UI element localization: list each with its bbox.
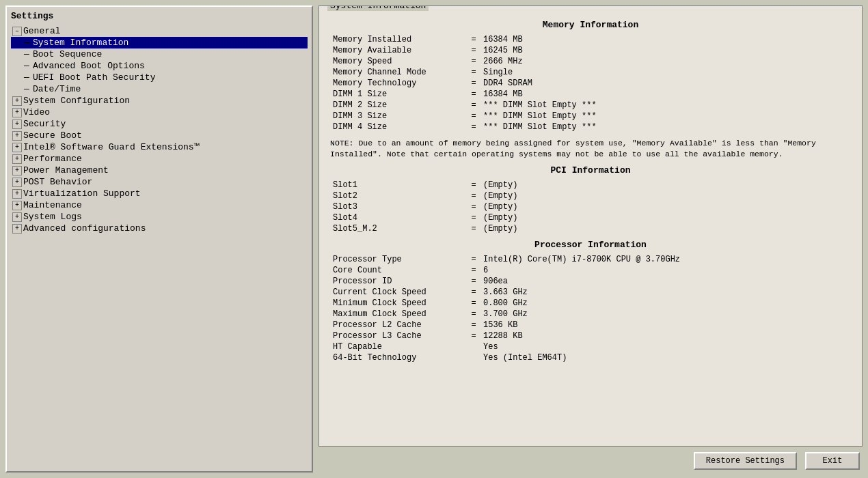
row-eq: = [467,100,480,111]
row-label: Maximum Clock Speed [330,309,467,320]
toggle-security[interactable]: + [12,120,22,129]
main-container: Settings – General — System Information … [0,0,868,478]
table-row: Processor ID=906ea [330,276,851,287]
row-value: 6 [480,265,851,276]
sidebar-item-boot-sequence[interactable]: — Boot Sequence [11,48,308,60]
row-value: (Empty) [480,180,851,191]
row-eq: = [467,34,480,45]
toggle-system-configuration[interactable]: + [12,96,22,106]
sidebar-item-general[interactable]: – General [11,25,308,37]
sidebar-label-uefi-boot-path-security: UEFI Boot Path Security [33,72,155,83]
toggle-maintenance[interactable]: + [12,201,22,210]
table-row: Processor Type=Intel(R) Core(TM) i7-8700… [330,254,851,265]
row-eq: = [467,254,480,265]
sidebar-item-system-logs[interactable]: + System Logs [11,211,308,223]
table-row: Memory Speed=2666 MHz [330,56,851,67]
sidebar-item-advanced-configurations[interactable]: + Advanced configurations [11,223,308,234]
toggle-performance[interactable]: + [12,154,22,164]
row-value: Yes [480,341,851,352]
table-row: Memory Installed=16384 MB [330,34,851,45]
sidebar-item-secure-boot[interactable]: + Secure Boot [11,130,308,141]
row-label: Current Clock Speed [330,287,467,298]
toggle-virtualization-support[interactable]: + [12,189,22,199]
sidebar-label-advanced-boot-options: Advanced Boot Options [33,61,145,71]
sidebar-item-system-configuration[interactable]: + System Configuration [11,95,308,107]
toggle-secure-boot[interactable]: + [12,131,22,141]
sidebar-label-performance: Performance [23,154,82,164]
row-value: (Empty) [480,191,851,201]
sidebar-label-intel-software-guard: Intel® Software Guard Extensions™ [23,142,199,152]
row-label: Core Count [330,265,467,276]
sidebar-label-system-information: System Information [33,38,128,48]
row-label: Slot5_M.2 [330,223,467,234]
memory-info-table: Memory Installed=16384 MBMemory Availabl… [330,34,851,132]
row-label: Memory Available [330,45,467,56]
toggle-video[interactable]: + [12,108,22,117]
sidebar-label-secure-boot: Secure Boot [23,130,82,141]
row-label: DIMM 3 Size [330,111,467,122]
sidebar-item-power-management[interactable]: + Power Management [11,165,308,176]
row-label: Memory Technology [330,78,467,89]
row-value: 2666 MHz [480,56,851,67]
sidebar-item-security[interactable]: + Security [11,118,308,130]
sidebar-label-system-configuration: System Configuration [23,96,130,106]
row-label: Slot2 [330,191,467,201]
row-value: *** DIMM Slot Empty *** [480,122,851,132]
sidebar-item-uefi-boot-path-security[interactable]: — UEFI Boot Path Security [11,72,308,83]
processor-info-table: Processor Type=Intel(R) Core(TM) i7-8700… [330,254,851,363]
row-eq: = [467,331,480,341]
toggle-advanced-configurations[interactable]: + [12,224,22,234]
table-row: DIMM 2 Size=*** DIMM Slot Empty *** [330,100,851,111]
row-label: Slot3 [330,201,467,212]
row-value: Intel(R) Core(TM) i7-8700K CPU @ 3.70GHz [480,254,851,265]
row-eq: = [467,276,480,287]
sidebar-item-virtualization-support[interactable]: + Virtualization Support [11,188,308,199]
row-eq: = [467,320,480,331]
exit-button[interactable]: Exit [805,452,860,470]
table-row: Slot5_M.2=(Empty) [330,223,851,234]
row-label: Processor Type [330,254,467,265]
toggle-general[interactable]: – [12,27,22,36]
system-info-box: System Information Memory Information Me… [318,5,863,447]
sidebar-item-maintenance[interactable]: + Maintenance [11,199,308,211]
table-row: HT CapableYes [330,341,851,352]
sidebar-item-post-behavior[interactable]: + POST Behavior [11,176,308,188]
table-row: Slot3=(Empty) [330,201,851,212]
toggle-intel-software-guard[interactable]: + [12,143,22,152]
row-label: HT Capable [330,341,467,352]
sidebar-label-maintenance: Maintenance [23,200,82,210]
row-eq: = [467,191,480,201]
table-row: Slot1=(Empty) [330,180,851,191]
settings-title: Settings [11,11,308,21]
row-value: 3.700 GHz [480,309,851,320]
toggle-system-logs[interactable]: + [12,212,22,222]
sidebar-item-advanced-boot-options[interactable]: — Advanced Boot Options [11,60,308,72]
row-value: 16384 MB [480,34,851,45]
restore-settings-button[interactable]: Restore Settings [694,452,797,470]
sidebar-label-date-time: Date/Time [33,84,81,94]
table-row: Processor L3 Cache=12288 KB [330,331,851,341]
row-value: *** DIMM Slot Empty *** [480,100,851,111]
sidebar-item-system-information[interactable]: — System Information [11,37,308,48]
toggle-post-behavior[interactable]: + [12,178,22,187]
sidebar-item-date-time[interactable]: — Date/Time [11,83,308,95]
sidebar-item-video[interactable]: + Video [11,107,308,118]
row-eq: = [467,78,480,89]
toggle-power-management[interactable]: + [12,166,22,175]
sidebar-label-power-management: Power Management [23,165,109,175]
row-label: Slot1 [330,180,467,191]
sidebar-item-performance[interactable]: + Performance [11,153,308,165]
row-value: *** DIMM Slot Empty *** [480,111,851,122]
row-value: Yes (Intel EM64T) [480,352,851,363]
sidebar-label-general: General [23,26,61,36]
leaf-dash: — [22,61,31,71]
row-eq [467,341,480,352]
sidebar-item-intel-software-guard[interactable]: + Intel® Software Guard Extensions™ [11,141,308,153]
pci-section-header: PCI Information [330,165,851,175]
table-row: Minimum Clock Speed=0.800 GHz [330,298,851,309]
row-label: Processor ID [330,276,467,287]
row-eq: = [467,56,480,67]
table-row: Slot4=(Empty) [330,212,851,223]
table-row: Core Count=6 [330,265,851,276]
pci-info-table: Slot1=(Empty)Slot2=(Empty)Slot3=(Empty)S… [330,180,851,234]
